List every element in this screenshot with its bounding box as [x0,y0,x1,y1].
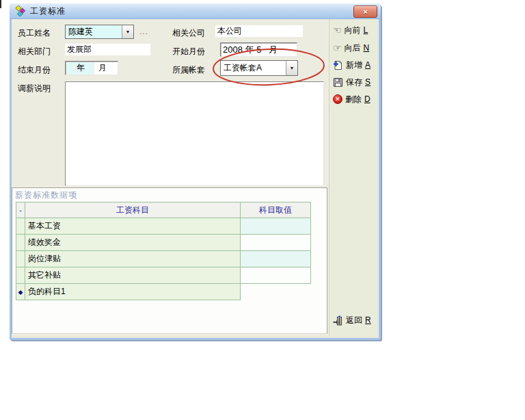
salary-items-table: - 工资科目 科目取值 基本工资 绩效奖金 [16,202,311,300]
table-row[interactable]: 基本工资 [16,218,311,235]
adjust-note-label: 调薪说明 [18,83,51,94]
close-icon: × [363,8,367,16]
account-set-label: 所属帐套 [172,64,205,76]
table-header-row: - 工资科目 科目取值 [16,202,311,218]
subject-cell[interactable]: 绩效奖金 [25,235,241,251]
section-label: 薪资标准数据项 [15,189,77,201]
table-row[interactable]: 其它补贴 [16,267,311,284]
window-title: 工资标准 [30,5,66,17]
start-month-field[interactable]: 2008 年 5 月 [220,42,297,57]
adjust-note-textarea[interactable] [65,81,324,186]
end-month-field[interactable]: 年 月 [65,61,118,75]
column-header-value[interactable]: 科目取值 [241,202,311,218]
hand-left-icon: ☜ [333,25,342,35]
add-button[interactable]: 新增 A [333,59,371,71]
start-month-label: 开始月份 [172,46,205,57]
subject-cell[interactable]: 基本工资 [25,218,241,235]
related-company-label: 相关公司 [172,27,205,39]
delete-icon: ✕ [333,94,342,104]
next-button[interactable]: ☞ 向后 N [333,42,369,54]
end-month-label: 结束月份 [18,64,51,76]
app-icon [15,5,26,16]
corner-cell: - [16,202,25,218]
employee-name-value: 陈建英 [66,25,122,38]
employee-name-combobox[interactable]: 陈建英 ▼ [65,25,134,39]
chevron-down-icon[interactable]: ▼ [286,61,297,75]
employee-browse-button[interactable]: ... [139,27,148,36]
row-marker-cell [16,251,25,267]
value-cell[interactable] [241,235,311,251]
row-marker-cell [16,267,25,284]
exit-door-icon [333,315,343,326]
employee-name-label: 员工姓名 [18,27,51,39]
related-department-label: 相关部门 [18,46,51,57]
value-cell[interactable] [241,218,311,235]
salary-items-panel: 薪资标准数据项 - 工资科目 科目取值 基本工资 绩 [12,187,327,334]
subject-cell[interactable]: 其它补贴 [25,267,241,284]
value-cell[interactable] [241,284,311,300]
account-set-combobox[interactable]: 工资帐套A ▼ [220,60,298,76]
prev-button[interactable]: ☜ 向前 L [333,24,368,36]
screen: 工资标准 × 员工姓名 陈建英 ▼ ... 相关公司 本公司 相关部门 发展部 … [0,0,525,420]
sidebar: ☜ 向前 L ☞ 向后 N 新增 A [329,19,379,336]
related-department-field[interactable]: 发展部 [65,44,150,55]
save-button[interactable]: 保存 S [333,76,371,88]
titlebar[interactable]: 工资标准 × [10,3,381,19]
client-area: 员工姓名 陈建英 ▼ ... 相关公司 本公司 相关部门 发展部 开始月份 20… [12,19,379,336]
value-cell[interactable] [241,267,311,284]
current-row-marker-icon: ◆ [16,284,25,300]
column-header-subject[interactable]: 工资科目 [25,202,241,218]
return-button[interactable]: 返回 R [333,314,371,326]
subject-cell[interactable]: 岗位津贴 [25,251,241,267]
account-set-value: 工资帐套A [221,61,286,75]
new-page-icon [333,60,343,70]
floppy-disk-icon [333,77,343,88]
row-marker-cell [16,218,25,235]
close-button[interactable]: × [353,5,377,18]
table-row[interactable]: 岗位津贴 [16,251,311,267]
row-marker-cell [16,235,25,251]
table-row[interactable]: 绩效奖金 [16,235,311,251]
table-row[interactable]: ◆ 负的科目1 [16,284,311,300]
screen-edge-artifact [0,0,1,8]
chevron-down-icon[interactable]: ▼ [122,25,133,38]
subject-cell[interactable]: 负的科目1 [25,284,241,300]
hand-right-icon: ☞ [333,43,342,53]
salary-standard-window: 工资标准 × 员工姓名 陈建英 ▼ ... 相关公司 本公司 相关部门 发展部 … [10,3,381,340]
value-cell[interactable] [241,251,311,267]
related-company-field[interactable]: 本公司 [215,25,303,37]
delete-button[interactable]: ✕ 删除 D [333,93,371,105]
